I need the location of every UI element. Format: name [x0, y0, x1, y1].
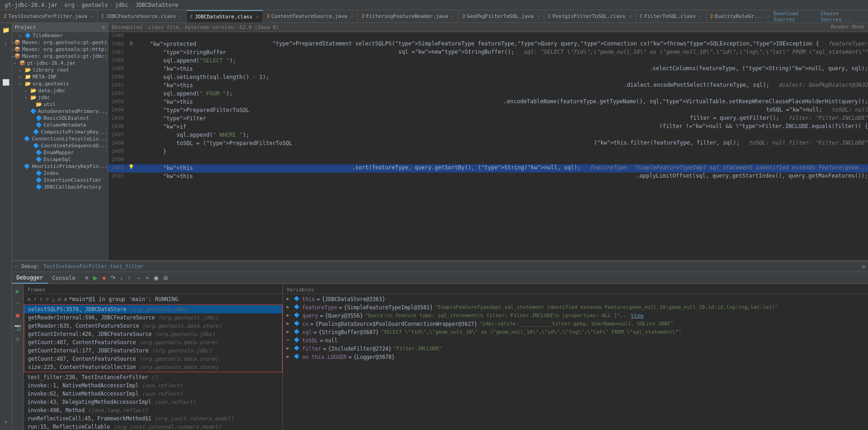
- reader-mode-label[interactable]: Reader Mode: [831, 24, 864, 30]
- debug-resume-icon[interactable]: ▶: [13, 286, 23, 296]
- breadcrumb-bar: gt-jdbc-26.4.jar › org › geotools › jdbc…: [0, 0, 868, 10]
- frame-item[interactable]: invoke:-1, NativeMethodAccessorImpl (sun…: [24, 381, 282, 390]
- frames-icon[interactable]: ≡: [83, 274, 90, 282]
- frame-item[interactable]: getCountInternal:426, JDBCFeatureSource …: [24, 330, 282, 338]
- settings-icon[interactable]: ⚙: [862, 263, 865, 270]
- tree-item[interactable]: ▸🔷TileReader: [12, 32, 108, 39]
- tree-item[interactable]: 🔷Index: [12, 170, 108, 177]
- tab-jdbc-feature-source[interactable]: CJDBCFeatureSource.class×: [98, 10, 186, 22]
- thread-item[interactable]: ⊕ ⬇ ⬆ ▽ △ ⊟ ⊞*main*@1 in group 'main': R…: [24, 295, 282, 303]
- debug-camera-icon[interactable]: 📷: [13, 322, 23, 332]
- frame-item[interactable]: getCountInternal:177, JDBCFeatureStore (…: [24, 346, 282, 355]
- selected-frames-box: selectSQLPS:3578, JDBCDataStore (org.geo…: [24, 304, 282, 372]
- frame-item[interactable]: size:225, ContentFeatureCollection (org.…: [24, 363, 282, 371]
- tree-item[interactable]: ▸📂library root: [12, 67, 108, 73]
- variable-row[interactable]: ▶ 🔷 oo this.LOGGER = {Logger@3678}: [283, 353, 868, 361]
- frame-item[interactable]: getReader:635, ContentFeatureSource (org…: [24, 322, 282, 330]
- variable-row[interactable]: ▶ 🔷 sql = {StringBuffer@3687} "SELECT \"…: [283, 328, 868, 336]
- breadcrumb-item[interactable]: jdbc: [115, 2, 128, 8]
- breadcrumb-item[interactable]: org: [65, 2, 75, 8]
- step-out-btn[interactable]: ↑: [126, 274, 132, 282]
- code-editor[interactable]: 2485 2486 @ "kw">protected "type">Prepar…: [108, 32, 868, 260]
- tree-item[interactable]: 🔷HeuristicPrimaryKeyFin...: [12, 163, 108, 170]
- commit-icon[interactable]: ⬆: [1, 39, 11, 49]
- resume-btn[interactable]: ▶: [92, 274, 99, 282]
- debug-step-over-icon[interactable]: ↷: [13, 298, 23, 308]
- frame-item[interactable]: run:15, ReflectiveCallable (org.junit.in…: [24, 423, 282, 430]
- tree-item[interactable]: 🔷CoordinateSequenceD...: [12, 142, 108, 149]
- code-line: 2495 "type">Filter filter = query.getFil…: [108, 115, 868, 123]
- tree-item[interactable]: ▾📦gt-jdbc-26.4.jar: [12, 60, 108, 67]
- breadcrumb-item[interactable]: geotools: [82, 2, 108, 8]
- code-line: 2493 "kw">this.encodeTableName(featureTy…: [108, 98, 868, 106]
- tree-item[interactable]: ▸📁META-INF: [12, 73, 108, 80]
- project-panel-header: Project ⚙: [12, 23, 108, 32]
- choose-sources-link[interactable]: Choose Sources...: [820, 11, 864, 22]
- download-sources-link[interactable]: Download Sources: [774, 11, 815, 22]
- tab-content-feature-source[interactable]: JContentFeatureSource.java×: [263, 10, 358, 22]
- tree-item[interactable]: 🔷JDBCCallbackFactory: [12, 184, 108, 190]
- frame-item[interactable]: invoke:43, DelegatingMethodAccessorImpl …: [24, 398, 282, 406]
- tab-filter-to-sql[interactable]: CFilterToSQL.class×: [636, 10, 707, 22]
- frame-item[interactable]: invoke:498, Method (java.lang.reflect): [24, 406, 282, 414]
- code-line: 2496 "kw">if (filter != "kw">null && !"t…: [108, 123, 868, 131]
- frame-item[interactable]: selectSQLPS:3578, JDBCDataStore (org.geo…: [24, 305, 282, 313]
- editor-tab-bar: JTestInstanceForFilter.java×CJDBCFeature…: [0, 10, 868, 23]
- tab-jdbc-datastore[interactable]: CJDBCDataStore.class×: [187, 10, 263, 22]
- tree-item[interactable]: 🔷EnumMapper: [12, 149, 108, 156]
- tree-item[interactable]: 🔷InsertionClassifier: [12, 177, 108, 184]
- variable-row[interactable]: ▶ 🔷 cx = {PoolingDataSource$PoolGuardCon…: [283, 320, 868, 328]
- breadcrumb-item[interactable]: JDBCDataStore: [135, 2, 178, 8]
- project-icon[interactable]: 📁: [1, 25, 11, 35]
- code-line: 2498 toSQL = ("type">PreparedFilterToSQL…: [108, 140, 868, 148]
- tree-item[interactable]: ▸📦Maven: org.geotools:gt-geotiff:26...: [12, 39, 108, 46]
- debug-left-icons: ▶ ↷ ■ 📷 ⚙: [12, 284, 24, 430]
- frame-item[interactable]: test_filter:230, TestInstanceForFilter (…: [24, 373, 282, 381]
- tree-item[interactable]: 🔷ColumnMetadata: [12, 122, 108, 128]
- variable-row[interactable]: ▶ 🔷 filter = {IncludeFilter@2724} "Filte…: [283, 345, 868, 353]
- tree-item[interactable]: 🔷BasicSQLDialect: [12, 115, 108, 122]
- favorites-icon[interactable]: ★: [1, 416, 11, 426]
- breadcrumb-item[interactable]: gt-jdbc-26.4.jar: [5, 2, 58, 8]
- evaluate-btn[interactable]: ≈: [144, 274, 150, 282]
- tree-item[interactable]: ▾📂jdbc: [12, 94, 108, 101]
- tab-postgis-filter-to-sql[interactable]: CPostgisFilterToSQL.class×: [544, 10, 636, 22]
- frame-item[interactable]: getReaderInternal:596, JDBCFeatureSource…: [24, 313, 282, 322]
- tree-item[interactable]: 🔷EscapeSql: [12, 156, 108, 163]
- tree-item[interactable]: 📂util: [12, 101, 108, 108]
- step-into-btn[interactable]: ↓: [119, 274, 125, 282]
- tree-item[interactable]: ▾📂org.geotools: [12, 80, 108, 87]
- project-tree: ▸🔷TileReader▸📦Maven: org.geotools:gt-geo…: [12, 32, 108, 190]
- tab-debugger[interactable]: Debugger: [12, 272, 48, 284]
- frame-item[interactable]: runReflectiveCall:45, FrameworkMethod$1 …: [24, 414, 282, 423]
- variable-row[interactable]: = 🔷 toSQL = null: [283, 336, 868, 345]
- code-line: 2491 "kw">this.dialect.encodePostSelect(…: [108, 82, 868, 90]
- run-to-cursor-btn[interactable]: →: [134, 274, 143, 282]
- debug-stop-icon[interactable]: ■: [13, 310, 23, 320]
- tree-item[interactable]: 🔷ConnectionLifecycleLis...: [12, 135, 108, 142]
- tab-console[interactable]: Console: [48, 272, 80, 284]
- debug-settings-icon[interactable]: ⚙: [13, 334, 23, 344]
- variable-row[interactable]: ▶ 🔷 featureType = {SimpleFeatureTypeImpl…: [283, 303, 868, 312]
- frame-item[interactable]: getCount:487, ContentFeatureSource (org.…: [24, 355, 282, 363]
- tree-item[interactable]: 🔷CompositePrimaryKey...: [12, 128, 108, 135]
- gear-icon[interactable]: ⚙: [102, 24, 105, 30]
- tab-quality-rule-gr[interactable]: JQualityRuleGr...×: [707, 10, 774, 22]
- tree-item[interactable]: ▸📦Maven: org.geotools:gt-http:26.4: [12, 46, 108, 53]
- code-line: 2501 💡 "kw">this.sort(featureType, query…: [108, 164, 868, 173]
- step-over-btn[interactable]: ↷: [109, 274, 117, 282]
- variable-row[interactable]: ▶ 🔷 query = {Query@3556} "Query:\n featu…: [283, 312, 868, 320]
- mute-breakpoints-btn[interactable]: ⊘: [162, 274, 170, 282]
- tree-item[interactable]: ▸📂data.jdbc: [12, 87, 108, 94]
- variable-row[interactable]: ▶ 🔷 this = {JDBCDataStore@3363}: [283, 295, 868, 303]
- tab-filtering-feature-reader[interactable]: JFilteringFeatureReader.java×: [358, 10, 459, 22]
- tree-item[interactable]: ▸📦Maven: org.geotools:gt-jdbc:26.4: [12, 53, 108, 60]
- frame-item[interactable]: invoke:62, NativeMethodAccessorImpl (sun…: [24, 390, 282, 398]
- tab-test-instance[interactable]: JTestInstanceForFilter.java×: [0, 10, 98, 22]
- structure-icon[interactable]: ⬜: [1, 77, 11, 87]
- breakpoints-btn[interactable]: ◉: [152, 274, 160, 282]
- stop-btn[interactable]: ■: [101, 274, 107, 282]
- tree-item[interactable]: 🔷AutoGeneratedPrimary...: [12, 108, 108, 115]
- frame-item[interactable]: getCount:487, ContentFeatureSource (org.…: [24, 338, 282, 346]
- tab-geo-pkg-filter-to-sql[interactable]: JGeoPkgFilterToSQL.java×: [459, 10, 544, 22]
